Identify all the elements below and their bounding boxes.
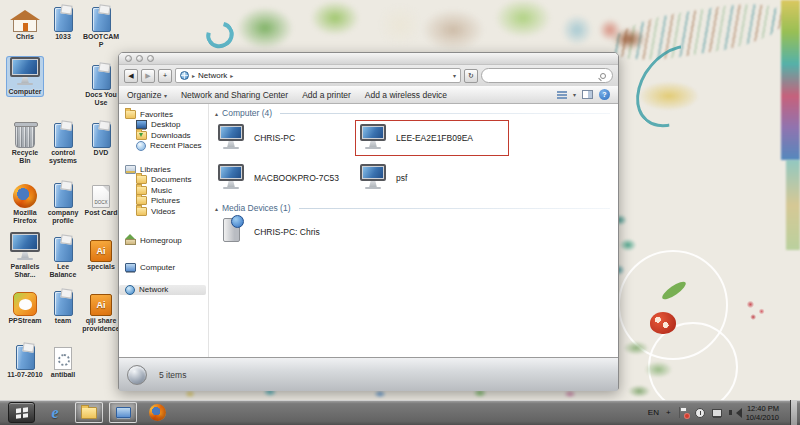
clock-time: 12:40 PM <box>746 404 779 413</box>
group-header-media-devices[interactable]: ▴ Media Devices (1) <box>215 203 610 213</box>
sidebar-item-desktop[interactable]: Desktop <box>119 120 208 131</box>
window-minimize-button[interactable] <box>136 55 143 62</box>
computer-item-psf[interactable]: psf <box>357 163 499 193</box>
sidebar-item-libraries[interactable]: Libraries <box>119 164 208 175</box>
show-desktop-button[interactable] <box>790 400 797 425</box>
breadcrumb-location[interactable]: Network <box>198 71 227 80</box>
desktop-icon-docs-you-use[interactable]: Docs You Use <box>82 60 120 106</box>
taskbar-parallels-button[interactable] <box>109 402 137 423</box>
add-printer-button[interactable]: Add a printer <box>302 90 351 100</box>
desktop-icon-dvd[interactable]: DVD <box>82 118 120 157</box>
desktop-icon-mini <box>136 120 147 129</box>
sidebar-item-pictures[interactable]: Pictures <box>119 196 208 207</box>
desktop-icon-label: Recycle Bin <box>6 149 44 164</box>
help-icon[interactable]: ? <box>599 89 610 100</box>
desktop-icon-ppstream[interactable]: PPStream <box>6 286 44 325</box>
group-header-computer[interactable]: ▴ Computer (4) <box>215 108 610 118</box>
desktop-icon-post-card[interactable]: DOCX Post Card <box>82 178 120 217</box>
forward-button[interactable]: ▶ <box>141 69 155 83</box>
desktop-icon-parallels-shared[interactable]: Parallels Shar... <box>6 232 44 278</box>
ppstream-icon <box>13 292 37 316</box>
language-indicator[interactable]: EN <box>648 408 659 417</box>
sidebar-item-favorites[interactable]: Favorites <box>119 109 208 120</box>
command-bar: Organize ▾ Network and Sharing Center Ad… <box>119 86 618 104</box>
tray-clock-icon[interactable] <box>695 408 705 418</box>
computer-imac-icon <box>218 124 244 141</box>
wallpaper-art-red-dots <box>742 296 770 324</box>
network-status-icon[interactable] <box>712 409 722 417</box>
desktop-icon-qiji-share[interactable]: Ai qiji share providence <box>82 286 120 332</box>
wallpaper-art-ladybug <box>650 312 676 334</box>
action-center-flag-icon[interactable] <box>678 407 688 418</box>
media-device-item-chris-pc[interactable]: CHRIS-PC: Chris <box>215 217 357 247</box>
window-titlebar[interactable] <box>119 53 618 65</box>
desktop-icon-specials[interactable]: Ai specials <box>82 232 120 271</box>
desktop-icon-company-profile[interactable]: company profile <box>44 178 82 224</box>
desktop-icon-lee-balance[interactable]: Lee Balance <box>44 232 82 278</box>
desktop-icon-11-07-2010[interactable]: 11-07-2010 <box>6 340 44 379</box>
desktop-icon-antiball[interactable]: antiball <box>44 340 82 379</box>
sidebar-item-computer[interactable]: Computer <box>119 262 208 273</box>
wallpaper-art-sprout <box>660 279 688 302</box>
firefox-icon <box>149 404 166 421</box>
desktop-icon-computer[interactable]: Computer <box>6 56 44 97</box>
computer-item-lee[interactable]: LEE-EA2E1FB09EA <box>357 123 499 153</box>
breadcrumb-arrow-icon[interactable]: ▸ <box>230 72 233 79</box>
view-dropdown-icon[interactable]: ▾ <box>573 91 576 98</box>
taskbar-explorer-button[interactable] <box>75 402 103 423</box>
sidebar-item-recent-places[interactable]: Recent Places <box>119 141 208 152</box>
wallpaper-art-yellow-blob <box>640 82 698 110</box>
address-dropdown-icon[interactable]: ▾ <box>453 72 456 79</box>
sidebar-item-music[interactable]: Music <box>119 185 208 196</box>
collapse-icon[interactable]: ▴ <box>215 110 218 117</box>
desktop-icon-1033[interactable]: 1033 <box>44 2 82 41</box>
computer-item-chris-pc[interactable]: CHRIS-PC <box>215 123 357 153</box>
sidebar-item-network[interactable]: Network <box>119 285 206 296</box>
desktop-icon-bootcamp[interactable]: BOOTCAMP <box>82 2 120 48</box>
desktop-icon-label: specials <box>82 263 120 271</box>
refresh-button[interactable]: ↻ <box>464 69 478 83</box>
wallpaper-art-top <box>205 0 620 58</box>
taskbar-ie-button[interactable]: e <box>41 402 69 423</box>
organize-menu[interactable]: Organize ▾ <box>127 90 167 100</box>
collapse-icon[interactable]: ▴ <box>215 205 218 212</box>
show-hidden-icons[interactable]: + <box>666 408 671 417</box>
desktop-icon-recycle-bin[interactable]: Recycle Bin <box>6 118 44 164</box>
back-button[interactable]: ◀ <box>124 69 138 83</box>
preview-pane-icon[interactable] <box>582 90 593 99</box>
start-button[interactable] <box>8 402 35 423</box>
sidebar-item-videos[interactable]: Videos <box>119 206 208 217</box>
breadcrumb[interactable]: ▸ Network ▸ ▾ <box>175 68 461 83</box>
network-sharing-center-button[interactable]: Network and Sharing Center <box>181 90 288 100</box>
desktop-icon-label: 11-07-2010 <box>6 371 44 379</box>
window-zoom-button[interactable] <box>147 55 154 62</box>
wallpaper-art-circle-2 <box>648 322 738 412</box>
volume-icon[interactable] <box>729 410 732 415</box>
add-wireless-device-button[interactable]: Add a wireless device <box>365 90 447 100</box>
status-bar: 5 items <box>119 357 618 391</box>
desktop-icon-label: 1033 <box>44 33 82 41</box>
taskbar-firefox-button[interactable] <box>143 402 171 423</box>
desktop-icon-label: Post Card <box>82 209 120 217</box>
computer-item-macbookpro[interactable]: MACBOOKPRO-7C53 <box>215 163 357 193</box>
search-input[interactable] <box>481 68 613 83</box>
computer-imac-icon <box>360 124 386 141</box>
illustrator-file-icon: Ai <box>90 240 112 262</box>
taskbar: e EN + 12:40 PM 10/4/2010 <box>0 400 800 425</box>
change-view-icon[interactable] <box>557 91 567 99</box>
desktop-icon-label: Lee Balance <box>44 263 82 278</box>
desktop-icon-team[interactable]: team <box>44 286 82 325</box>
house-icon <box>13 19 37 32</box>
sidebar-item-homegroup[interactable]: Homegroup <box>119 236 208 247</box>
sidebar-item-downloads[interactable]: Downloads <box>119 130 208 141</box>
new-tab-button[interactable]: + <box>158 69 172 83</box>
desktop-icon-firefox[interactable]: Mozilla Firefox <box>6 178 44 224</box>
folder-icon <box>54 183 73 208</box>
sidebar-item-documents[interactable]: Documents <box>119 175 208 186</box>
clock[interactable]: 12:40 PM 10/4/2010 <box>742 404 783 422</box>
desktop-icon-control-systems[interactable]: control systems <box>44 118 82 164</box>
windows-flag-icon <box>16 407 28 418</box>
window-close-button[interactable] <box>125 55 132 62</box>
folder-icon <box>16 345 35 370</box>
desktop-icon-chris[interactable]: Chris <box>6 2 44 41</box>
